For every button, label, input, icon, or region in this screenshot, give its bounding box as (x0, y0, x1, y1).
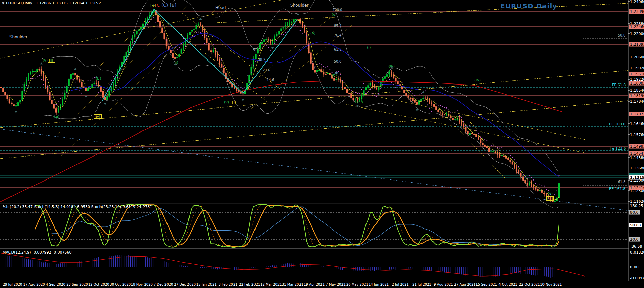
annotation-50.0: 50.0 (334, 59, 341, 63)
annotation-a: (a) (54, 114, 59, 119)
date-label: 22 Feb 2021 (239, 283, 260, 286)
stoch-axis-label: -36.58 (630, 244, 642, 249)
annotation-76.4: 76.4 (334, 33, 341, 37)
sr-price-badge: 1.17071 (629, 112, 644, 116)
price-tick: 1.16460 (630, 122, 644, 126)
date-label: 15 Sep 2021 (476, 283, 497, 286)
annotation-fe61.8: FE 61.8 (612, 83, 626, 87)
annotation-61.8: 61.8 (334, 48, 341, 51)
date-label: 18 Nov 2020 (131, 283, 153, 286)
annotation-100.0: 100.0 (333, 8, 342, 12)
annotation-14.6: 14.6 (267, 78, 274, 82)
symbol-dropdown-icon[interactable]: ▼ (2, 2, 4, 5)
annotation-head: Head (215, 5, 226, 10)
date-label: 15 Jan 2021 (196, 283, 217, 286)
date-label: 7 May 2021 (326, 283, 346, 286)
chart-canvas[interactable] (0, 0, 644, 288)
date-label: 17 Aug 2020 (23, 283, 45, 286)
stoch-level-badge: 20.0 (629, 237, 640, 242)
date-label: 22 Oct 2021 (519, 283, 540, 286)
symbol-bar: ▼EURUSD,Daily1.12086 1.13315 1.12064 1.1… (2, 1, 101, 5)
annotation-iii: [iii] (48, 58, 55, 63)
annotation-c: C (157, 3, 160, 8)
annotation-i: (i) (367, 45, 371, 50)
stochastic-panel-header: %b (20,2) 35.47 Stoch(14,5,3) 14.9184 6.… (3, 205, 152, 209)
annotation-v: [v] (150, 3, 156, 8)
date-label: 9 Aug 2021 (434, 283, 453, 286)
price-tick: 1.13680 (630, 166, 644, 170)
annotation-i: [i] (231, 100, 237, 104)
symbol-name: EURUSD,Daily (6, 1, 32, 5)
date-label: 12 Mar 2021 (260, 283, 282, 286)
annotation-iv: [iv] (94, 114, 102, 119)
annotation-a: (a) (310, 31, 315, 35)
date-label: 7 Dec 2020 (154, 283, 173, 286)
annotation-b: (b) (96, 76, 101, 81)
annotation-38.2: 38.2 (258, 58, 265, 62)
annotation-61.8: 61.8 (618, 180, 625, 184)
price-tick: 1.20600 (630, 55, 644, 59)
price-tick: 1.18540 (630, 88, 644, 93)
sr-price-badge: 1.21393 (629, 42, 644, 47)
annotation-85.4: 85.4 (334, 24, 341, 28)
annotation-fe123.6: Fe 123.6 (610, 146, 626, 151)
macd-axis-label: 0.013265 (630, 250, 644, 255)
macd-panel-header: MACD(12,24,9) -0.007992 -0.007560 (3, 250, 71, 255)
price-tick: 1.14380 (630, 155, 644, 160)
annotation-50.0: 50.0 (253, 48, 261, 52)
date-label: 29 Jul 2020 (3, 283, 22, 286)
sr-price-badge: 1.19510 (629, 72, 644, 76)
sr-price-badge: 1.12416 (629, 186, 644, 190)
annotation-shoulder: Shoulder (290, 3, 308, 8)
annotation-iii: (iii) (357, 100, 363, 104)
sr-price-badge: 1.18196 (629, 94, 644, 98)
date-label: 4 Oct 2021 (498, 283, 517, 286)
date-label: 23 Sep 2020 (66, 283, 88, 286)
date-label: 26 May 2021 (346, 283, 368, 286)
date-label: 27 Aug 2021 (454, 283, 476, 286)
date-label: 14 Jun 2021 (369, 283, 389, 286)
date-label: 3 Feb 2021 (219, 283, 238, 286)
macd-axis-label: 0.00 (630, 265, 639, 269)
sr-price-badge: 1.18982 (629, 81, 644, 86)
sr-price-badge: 1.22460 (629, 25, 644, 29)
mt4-chart-window: ▼EURUSD,Daily1.12086 1.13315 1.12064 1.1… (0, 0, 644, 288)
macd-axis-label: -0.009796 (630, 276, 644, 280)
date-label: 4 Sep 2020 (46, 283, 65, 286)
annotation-b: [B] (170, 3, 176, 8)
stoch-level-badge: 50.83 (629, 223, 642, 227)
annotation-23.6: 23.6 (263, 68, 270, 72)
date-label: 12 Oct 2020 (88, 283, 109, 286)
current-price-badge: 1.13152 (629, 175, 644, 180)
annotation-fe100.0: FE 100.0 (609, 122, 625, 126)
annotation-iii: [iii] (546, 196, 554, 201)
annotation-iv: (iv) (388, 64, 395, 68)
date-label: 21 Jul 2021 (412, 283, 431, 286)
sr-price-badge: 1.23390 (629, 9, 644, 14)
date-label: 19 Apr 2021 (304, 283, 325, 286)
date-label: 31 Mar 2021 (282, 283, 303, 286)
annotation-50.0: 50.0 (618, 33, 625, 37)
price-tick: 1.17840 (630, 99, 644, 104)
annotation-v: (v) (43, 58, 48, 63)
annotation-shoulder: Shoulder (9, 34, 27, 39)
price-tick: 1.15760 (630, 133, 644, 137)
annotation-iv: (iv) (474, 78, 481, 82)
annotation-v: (v) (224, 100, 229, 104)
date-label: 10 Nov 2021 (540, 283, 562, 286)
sr-price-badge: 1.14541 (629, 151, 644, 156)
annotation-fe161.8: FE 161.8 (609, 187, 625, 191)
sr-price-badge: 1.14983 (629, 144, 644, 149)
annotation-v: (v) (548, 191, 553, 196)
stoch-axis-label: 130.25 (630, 203, 643, 208)
date-label: 27 Dec 2020 (174, 283, 196, 286)
price-tick: 1.22000 (630, 32, 644, 36)
ohlc-quote: 1.12086 1.13315 1.12064 1.13152 (36, 1, 101, 5)
chart-watermark: EURUSD Daily (500, 2, 557, 10)
date-label: 30 Oct 2020 (110, 283, 131, 286)
date-label: 2 Jul 2021 (392, 283, 409, 286)
price-tick: 1.24060 (630, 0, 644, 4)
annotation-ii: (ii) (173, 60, 178, 65)
annotation-c: (C) (161, 3, 168, 8)
annotation-c: (c) (332, 12, 337, 17)
